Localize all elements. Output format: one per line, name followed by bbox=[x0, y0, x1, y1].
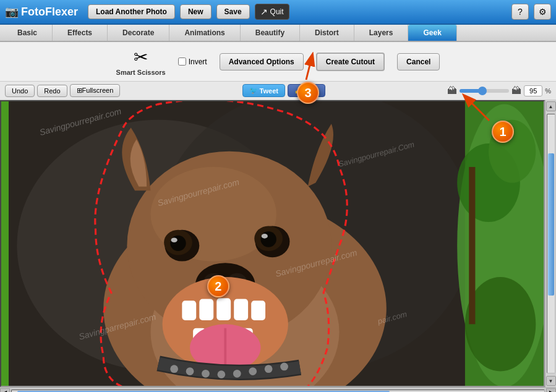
zoom-value-input[interactable] bbox=[524, 85, 542, 96]
svg-point-20 bbox=[262, 234, 268, 239]
redo-button[interactable]: Redo bbox=[37, 85, 67, 97]
tab-decorate[interactable]: Decorate bbox=[108, 25, 169, 41]
cancel-button[interactable]: Cancel bbox=[397, 53, 440, 70]
create-cutout-button[interactable]: Create Cutout bbox=[316, 53, 385, 71]
scroll-up-arrow[interactable]: ▲ bbox=[546, 101, 556, 111]
svg-rect-27 bbox=[216, 298, 231, 320]
twitter-icon: 🐦 bbox=[249, 87, 258, 95]
invert-label[interactable]: Invert bbox=[189, 58, 207, 66]
scroll-down-arrow[interactable]: ▼ bbox=[546, 376, 556, 386]
svg-point-36 bbox=[170, 365, 178, 373]
zoom-out-icon: 🏔 bbox=[447, 85, 457, 96]
undo-button[interactable]: Undo bbox=[5, 85, 35, 97]
svg-point-38 bbox=[202, 370, 210, 378]
svg-rect-25 bbox=[182, 300, 196, 320]
tab-beautify[interactable]: Beautify bbox=[241, 25, 300, 41]
main-content: Savingpourrepair.com Savingpourrepair.co… bbox=[0, 100, 556, 387]
invert-checkbox-row: Invert bbox=[178, 58, 207, 66]
number-2-indicator: 2 bbox=[207, 275, 229, 297]
hscroll-right-arrow[interactable]: ▶ bbox=[546, 388, 556, 393]
help-button[interactable]: ? bbox=[511, 4, 529, 20]
zoom-controls: 🏔 🏔 % bbox=[447, 85, 551, 96]
load-photo-button[interactable]: Load Another Photo bbox=[88, 4, 175, 19]
logo-icon: 📷 bbox=[5, 5, 19, 19]
smart-scissors-tool[interactable]: ✂ Smart Scissors bbox=[116, 47, 166, 76]
number-1-indicator: 1 bbox=[492, 121, 514, 143]
tab-distort[interactable]: Distort bbox=[300, 25, 354, 41]
tool-bar: ✂ Smart Scissors Invert Advanced Options… bbox=[0, 42, 556, 82]
advanced-options-button[interactable]: Advanced Options bbox=[220, 53, 304, 70]
svg-point-40 bbox=[233, 370, 241, 378]
fullscreen-button[interactable]: ⊞Fullscreen bbox=[70, 84, 121, 97]
tweet-button[interactable]: 🐦 Tweet bbox=[242, 84, 285, 97]
svg-rect-8 bbox=[469, 167, 475, 324]
horizontal-scrollbar: ◀ ▶ bbox=[0, 387, 556, 392]
svg-point-19 bbox=[260, 231, 276, 247]
photo-container: Savingpourrepair.com Savingpourrepair.co… bbox=[1, 101, 544, 386]
svg-rect-28 bbox=[234, 299, 248, 320]
canvas-area[interactable]: Savingpourrepair.com Savingpourrepair.co… bbox=[0, 100, 545, 387]
smart-scissors-label: Smart Scissors bbox=[116, 69, 166, 76]
settings-button[interactable]: ⚙ bbox=[534, 4, 551, 20]
invert-checkbox[interactable] bbox=[178, 58, 186, 66]
new-button[interactable]: New bbox=[180, 4, 212, 19]
app-name: FotoFlexer bbox=[21, 6, 78, 19]
zoom-slider[interactable] bbox=[460, 89, 509, 93]
quit-button[interactable]: ↗ Quit bbox=[255, 4, 289, 20]
tab-bar: Basic Effects Decorate Animations Beauti… bbox=[0, 25, 556, 42]
svg-rect-29 bbox=[251, 300, 265, 320]
svg-point-37 bbox=[186, 367, 194, 375]
zoom-in-icon: 🏔 bbox=[511, 85, 521, 96]
tab-effects[interactable]: Effects bbox=[53, 25, 108, 41]
svg-point-42 bbox=[265, 365, 273, 373]
svg-point-43 bbox=[280, 363, 288, 371]
number-1-overlay: 1 bbox=[492, 121, 514, 143]
app-logo: 📷 FotoFlexer bbox=[5, 5, 78, 19]
svg-rect-26 bbox=[199, 299, 213, 320]
svg-point-39 bbox=[218, 370, 226, 378]
green-left-strip bbox=[1, 101, 9, 386]
scissors-icon: ✂ bbox=[134, 47, 148, 67]
vertical-scroll-thumb[interactable] bbox=[548, 153, 554, 296]
svg-point-16 bbox=[171, 237, 177, 242]
tab-geek[interactable]: Geek bbox=[408, 25, 456, 41]
sidebar-scrollbar: ▲ ▼ bbox=[545, 100, 556, 387]
svg-point-7 bbox=[465, 277, 536, 372]
top-bar: 📷 FotoFlexer Load Another Photo New Save… bbox=[0, 0, 556, 25]
number-3-overlay: 3 bbox=[297, 82, 319, 104]
tab-animations[interactable]: Animations bbox=[169, 25, 240, 41]
photo-svg: Savingpourrepair.com Savingpourrepair.co… bbox=[1, 101, 544, 386]
svg-point-15 bbox=[170, 236, 186, 251]
vertical-scroll-track[interactable] bbox=[547, 114, 555, 373]
export-icon: ↗ bbox=[260, 7, 268, 17]
horizontal-scroll-track[interactable] bbox=[11, 390, 545, 393]
hscroll-left-arrow[interactable]: ◀ bbox=[0, 388, 10, 393]
zoom-percent-label: % bbox=[545, 87, 551, 95]
svg-point-41 bbox=[249, 367, 257, 375]
tab-layers[interactable]: Layers bbox=[354, 25, 409, 41]
action-bar: Undo Redo ⊞Fullscreen 🐦 Tweet 👍 Like 🏔 🏔… bbox=[0, 82, 556, 100]
tab-basic[interactable]: Basic bbox=[2, 25, 53, 41]
save-button[interactable]: Save bbox=[216, 4, 250, 19]
number-3-indicator: 3 bbox=[297, 82, 319, 104]
